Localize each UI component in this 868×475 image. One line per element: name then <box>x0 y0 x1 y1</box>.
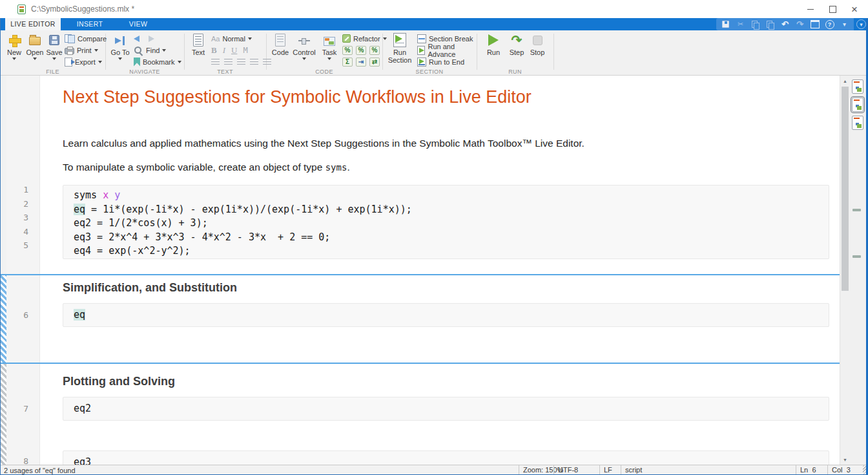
run-section-icon <box>393 33 406 47</box>
uncomment-icon[interactable]: % <box>356 46 366 55</box>
scroll-up-icon[interactable]: ▲ <box>840 76 850 86</box>
view-hide-code-icon[interactable] <box>852 116 863 130</box>
redo-icon[interactable] <box>794 19 805 29</box>
refactor-button[interactable]: Refactor <box>342 34 387 43</box>
run-button[interactable]: Run <box>482 33 505 56</box>
wrap-comment-icon[interactable]: % <box>369 46 380 55</box>
export-button[interactable]: Export <box>65 57 107 67</box>
monospace-button[interactable]: M <box>243 46 247 55</box>
view-output-on-right-icon[interactable] <box>852 98 863 112</box>
quick-access-toolbar <box>716 18 854 30</box>
live-script-file-icon <box>17 5 26 14</box>
text-style-select[interactable]: Normal <box>222 35 245 43</box>
run-to-end-button[interactable]: Run to End <box>417 57 477 67</box>
goto-button[interactable]: Go To <box>108 33 132 60</box>
vertical-scrollbar[interactable]: ▲ ▼ <box>840 76 849 465</box>
section-divider-line <box>0 274 866 275</box>
code-line-5[interactable]: eq4 = exp(-x^2-y^2); <box>74 244 191 259</box>
paste-icon[interactable] <box>765 19 776 29</box>
run-section-button[interactable]: Run Section <box>385 33 415 64</box>
maximize-button[interactable] <box>822 0 843 18</box>
code-block-2[interactable]: eq <box>63 303 829 327</box>
underline-button[interactable]: U <box>231 45 237 56</box>
document-title[interactable]: Next Step Suggestions for Symbolic Workf… <box>63 87 532 107</box>
usage-marker[interactable] <box>852 209 861 211</box>
task-button[interactable]: Task <box>318 33 341 60</box>
text-button[interactable]: Text <box>187 33 210 56</box>
code-block-4[interactable]: eq3 <box>63 450 829 465</box>
view-output-inline-icon[interactable] <box>852 79 863 94</box>
align-center-icon[interactable] <box>250 59 258 65</box>
navigate-forward-icon[interactable] <box>149 36 154 42</box>
navigate-small-buttons: Find Bookmark <box>134 34 181 67</box>
section-heading[interactable]: Simplification, and Substitution <box>63 281 237 295</box>
paragraph[interactable]: To manipulate a symbolic variable, creat… <box>63 162 350 173</box>
text-group: Text Aa Normal B I U M <box>184 30 266 76</box>
indent-icon[interactable]: ⇥ <box>356 58 366 67</box>
goto-icon <box>114 35 126 46</box>
print-button[interactable]: Print <box>65 45 107 55</box>
document-indicator-bar <box>849 76 866 465</box>
control-button[interactable]: Control <box>291 33 318 60</box>
text-color-aa[interactable]: Aa <box>211 35 220 43</box>
tab-view[interactable]: VIEW <box>119 18 158 30</box>
paragraph[interactable]: Learn calculus and applied mathematics u… <box>63 138 584 149</box>
code-button[interactable]: Code <box>269 33 292 56</box>
find-button[interactable]: Find <box>134 45 181 55</box>
text-small-buttons: Aa Normal B I U M <box>211 34 271 67</box>
step-button[interactable]: Step <box>505 33 528 56</box>
code-line-4[interactable]: eq3 = 2*x^4 + 3*x^3 - 4*x^2 - 3*x + 2 ==… <box>74 231 330 245</box>
open-dropdown-icon <box>33 58 37 60</box>
ribbon-collapse-icon[interactable] <box>856 19 866 29</box>
section-small-buttons: Section Break Run and Advance Run to End <box>417 34 477 67</box>
tab-insert[interactable]: INSERT <box>61 18 119 30</box>
stop-button[interactable]: Stop <box>526 33 549 56</box>
line-number: 6 <box>6 310 28 320</box>
section1-margin <box>0 76 6 274</box>
smart-indent-icon[interactable]: ⇄ <box>369 58 380 67</box>
section-break-icon <box>417 34 426 43</box>
status-message: 2 usages of "eq" found <box>4 466 76 475</box>
code-line-6[interactable]: eq <box>74 308 85 322</box>
find-magnifier-icon <box>134 46 143 55</box>
cut-icon[interactable] <box>735 19 746 29</box>
code-line-7[interactable]: eq2 <box>74 402 91 416</box>
line-number: 7 <box>6 404 28 414</box>
bold-button[interactable]: B <box>211 45 217 56</box>
align-left-icon[interactable] <box>237 59 245 65</box>
help-icon[interactable] <box>824 19 835 29</box>
italic-button[interactable]: I <box>223 45 225 56</box>
new-plus-icon <box>9 35 20 46</box>
comment-icon[interactable]: % <box>342 46 353 55</box>
copy-icon[interactable] <box>750 19 761 29</box>
refactor-icon <box>342 34 351 43</box>
code-line-2[interactable]: eq = 1i*(exp(-1i*x) - exp(1i*x))/(exp(-1… <box>74 203 412 217</box>
code-line-3[interactable]: eq2 = 1/(2*cos(x) + 3); <box>74 216 208 231</box>
code-line-1[interactable]: syms x y <box>74 189 120 203</box>
save-button[interactable]: Save <box>43 33 66 60</box>
numbered-list-icon[interactable] <box>224 59 232 65</box>
compare-button[interactable]: Compare <box>65 34 107 43</box>
quick-save-icon[interactable] <box>720 19 731 29</box>
minimize-button[interactable] <box>800 0 822 18</box>
navigate-back-icon[interactable] <box>134 36 140 42</box>
new-button[interactable]: New <box>3 33 26 60</box>
scrollbar-thumb[interactable] <box>842 87 849 291</box>
window-layout-icon[interactable] <box>809 19 820 29</box>
insert-equation-icon[interactable]: Σ <box>342 58 353 67</box>
line-number: 8 <box>6 456 28 465</box>
code-block-3[interactable]: eq2 <box>63 397 829 421</box>
tab-live-editor[interactable]: LIVE EDITOR <box>5 18 61 30</box>
bullet-list-icon[interactable] <box>211 59 220 65</box>
close-button[interactable] <box>843 0 865 18</box>
scroll-down-icon[interactable]: ▼ <box>840 454 850 465</box>
bookmark-button[interactable]: Bookmark <box>134 57 181 67</box>
code-block-1[interactable]: syms x y eq = 1i*(exp(-1i*x) - exp(1i*x)… <box>63 185 829 259</box>
undo-icon[interactable] <box>780 19 790 29</box>
quick-access-dropdown-icon[interactable] <box>839 19 850 29</box>
inline-code: syms <box>326 162 347 173</box>
section-heading[interactable]: Plotting and Solving <box>63 375 175 388</box>
usage-marker[interactable] <box>852 255 861 258</box>
code-line-8[interactable]: eq3 <box>74 456 91 465</box>
run-and-advance-button[interactable]: Run and Advance <box>417 45 477 55</box>
